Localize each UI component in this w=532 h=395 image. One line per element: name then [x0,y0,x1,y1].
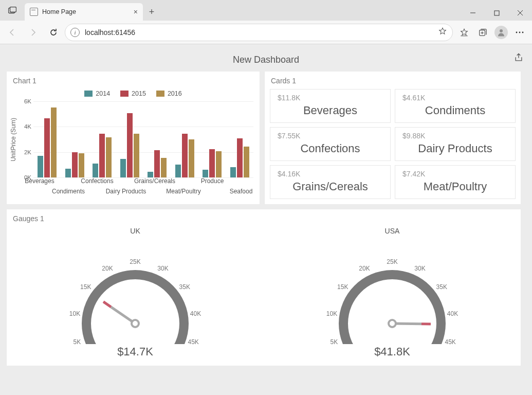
address-bar[interactable]: i localhost:61456 [65,24,453,41]
y-tick: 6K [24,98,31,104]
export-button[interactable] [513,52,524,65]
bar[interactable] [79,153,84,177]
bar[interactable] [189,139,194,177]
bar[interactable] [161,158,167,177]
tabs-overview-button[interactable] [0,0,25,21]
gauge-tick: 35K [436,283,447,291]
bar[interactable] [237,138,243,177]
collections-button[interactable] [473,23,492,42]
bar[interactable] [148,172,153,177]
card-label: Grains/Cereals [278,180,383,193]
forward-button[interactable] [24,23,42,42]
gauge-tick: 35K [179,283,190,291]
card[interactable]: $9.88KDairy Products [395,127,516,161]
card[interactable]: $7.55KConfections [270,127,391,161]
bar-group [226,101,254,177]
card-value: $4.16K [278,170,383,178]
card[interactable]: $7.42KMeat/Poultry [395,165,516,199]
refresh-button[interactable] [44,23,63,42]
bar[interactable] [182,134,188,177]
bar[interactable] [216,151,222,177]
dashboard-page: New Dashboard Chart 1 201420152016 UnitP… [0,44,532,372]
gauge-tick: 25K [130,258,140,265]
gauge-value: $41.8K [295,345,490,358]
bar[interactable] [44,118,50,177]
card-value: $4.61K [402,94,508,102]
bar[interactable] [99,134,105,177]
bar[interactable] [209,149,215,178]
card-value: $9.88K [402,132,508,140]
card[interactable]: $4.61KCondiments [395,89,516,123]
bar[interactable] [134,134,139,177]
gauge-tick: 20K [102,265,113,272]
site-info-icon[interactable]: i [70,28,80,37]
bar[interactable] [175,165,181,177]
gauge-title: USA [295,227,490,235]
browser-toolbar: i localhost:61456 [0,21,532,44]
gauge-svg: 05K10K15K20K25K30K35K40K45K50K [43,236,228,344]
legend-item[interactable]: 2016 [156,90,182,97]
dashboard-header: New Dashboard [6,48,526,71]
gauges-panel-title: Gauges 1 [7,209,521,225]
gauges-body: UK05K10K15K20K25K30K35K40K45K50K$14.7KUS… [7,225,521,366]
gauge-svg: 05K10K15K20K25K30K35K40K45K50K [300,236,485,344]
card-label: Confections [278,142,383,155]
card[interactable]: $4.16KGrains/Cereals [270,165,391,199]
legend-label: 2016 [168,90,182,97]
legend-item[interactable]: 2014 [84,90,110,97]
chart-plot-area: 0K2K4K6K [18,101,255,177]
bar[interactable] [65,169,71,177]
dashboard-title: New Dashboard [233,55,299,65]
card-value: $7.55K [278,132,383,140]
y-tick: 2K [24,149,31,155]
bar[interactable] [154,150,160,177]
back-button[interactable] [3,23,22,42]
bar-group [171,101,199,177]
bar[interactable] [120,159,126,177]
window-maximize-button[interactable] [485,5,508,21]
bar[interactable] [51,107,57,177]
bar-group [198,101,226,177]
favorite-button[interactable] [438,27,447,38]
gauge-title: UK [38,227,233,235]
more-button[interactable] [510,23,529,42]
bar[interactable] [244,147,249,177]
bar-group [61,101,89,177]
legend-item[interactable]: 2015 [120,90,146,97]
favorites-button[interactable] [455,23,473,42]
gauge-tick: 30K [414,265,425,272]
gauge-tick: 20K [359,265,370,272]
window-close-button[interactable] [508,5,532,21]
window-minimize-button[interactable] [461,5,485,21]
svg-line-15 [103,302,111,307]
gauge-tick: 40K [190,310,201,317]
bar[interactable] [72,152,78,177]
profile-button[interactable] [492,23,510,42]
card[interactable]: $11.8KBeverages [270,89,391,123]
x-tick-label: Confections [81,177,113,185]
gauge: UK05K10K15K20K25K30K35K40K45K50K$14.7K [38,227,233,358]
bar[interactable] [127,113,133,177]
browser-tab[interactable]: Home Page × [25,3,143,21]
bar[interactable] [203,170,208,177]
card-label: Beverages [278,104,383,117]
bar[interactable] [106,137,112,177]
cards-panel-title: Cards 1 [265,71,521,87]
bar[interactable] [38,156,43,177]
y-axis-label: UnitPrice (Sum) [10,118,17,161]
svg-point-13 [522,31,524,33]
x-tick-label: Beverages [25,177,54,185]
card-value: $11.8K [278,94,383,102]
svg-rect-1 [10,7,16,12]
bar-group [33,101,61,177]
tab-close-button[interactable]: × [134,8,138,16]
gauge-tick: 45K [445,338,455,344]
bar[interactable] [93,164,98,177]
url-text: localhost:61456 [85,28,135,37]
tab-title: Home Page [42,8,76,15]
card-label: Condiments [402,104,508,117]
gauge: USA05K10K15K20K25K30K35K40K45K50K$41.8K [295,227,490,358]
bar[interactable] [230,167,236,177]
bar-group [88,101,116,177]
new-tab-button[interactable]: + [143,3,160,21]
